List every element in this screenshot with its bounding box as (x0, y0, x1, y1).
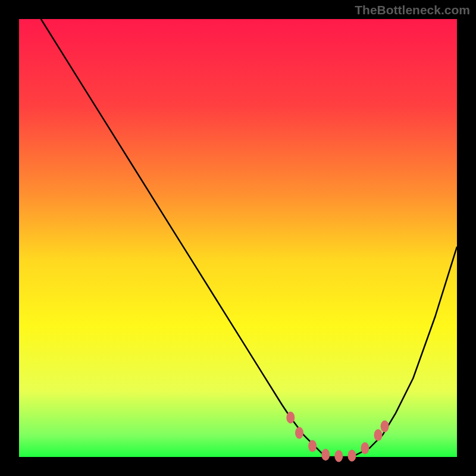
marker-dot (286, 412, 295, 424)
marker-dot (347, 450, 356, 462)
marker-dot (374, 429, 383, 441)
marker-dot (381, 421, 389, 433)
chart-container: TheBottleneck.com (0, 0, 476, 476)
marker-dot (321, 449, 330, 461)
bottleneck-chart (0, 0, 476, 476)
marker-dot (308, 440, 317, 452)
watermark-text: TheBottleneck.com (355, 3, 470, 17)
marker-dot (334, 450, 343, 462)
marker-dot (295, 427, 303, 439)
marker-dot (361, 442, 369, 454)
gradient-background (19, 19, 457, 457)
